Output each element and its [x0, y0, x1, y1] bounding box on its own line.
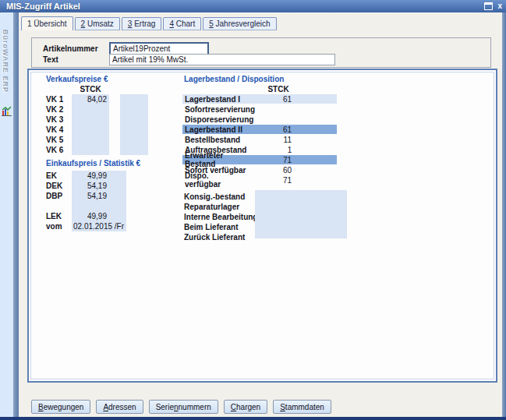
- lager-row-value: 1: [246, 146, 292, 154]
- text-field[interactable]: [109, 54, 335, 65]
- vk-row-label: VK 2: [46, 105, 72, 114]
- vk-stck-value: [72, 125, 109, 135]
- lager-row-label: Bestellbestand: [182, 136, 246, 144]
- verkaufspreise-stck-header: STCK: [72, 85, 109, 94]
- ek-row-label: EK: [46, 171, 72, 180]
- vk-second-cell: [120, 145, 148, 155]
- bestand-row-beim-lieferant: Beim Lieferant: [184, 222, 257, 232]
- tab-label: Übersicht: [32, 19, 67, 28]
- button-text: nummern: [179, 403, 211, 411]
- adressen-button[interactable]: Adressen: [96, 400, 143, 414]
- app-window: MIS-Zugriff Artikel x BüroWARE ERP 1 Übe…: [0, 0, 506, 420]
- lager-row-value: 71: [246, 176, 292, 185]
- tab-ertrag[interactable]: 3 Ertrag: [122, 17, 162, 30]
- button-hotkey: S: [280, 403, 285, 411]
- vk-row-vk-2: VK 2: [46, 104, 148, 115]
- bestand-row-konsig-bestand: Konsig.-bestand: [184, 192, 257, 202]
- tab-label: Umsatz: [85, 19, 114, 28]
- verkaufspreise-table: VK 184,02VK 2VK 3VK 4VK 5VK 6: [46, 94, 148, 155]
- restore-window-icon[interactable]: [484, 2, 493, 10]
- lager-row-sofortreservierung: Sofortreservierung: [182, 104, 337, 114]
- lager-row-label: Lagerbestand II: [182, 125, 246, 134]
- bestand-row-interne-bearbeitung: Interne Bearbeitung: [184, 212, 257, 222]
- lager-row-value: 71: [246, 156, 292, 164]
- tab-umsatz[interactable]: 2 Umsatz: [75, 17, 120, 30]
- vk-row-label: VK 6: [46, 146, 72, 154]
- ek-row-cell: 49,99: [72, 211, 126, 221]
- verkaufspreise-title: Verkaufspreise €: [46, 75, 108, 83]
- footer-button-bar: BewegungenAdressenSeriennummernChargenSt…: [31, 400, 331, 414]
- bewegungen-button[interactable]: Bewegungen: [31, 400, 90, 414]
- ek-row-cell: 54,19: [72, 181, 126, 191]
- ek-row-label: DBP: [46, 192, 72, 200]
- ek-row-ek: EK49,99: [46, 171, 126, 181]
- tab-chart[interactable]: 4 Chart: [163, 17, 201, 30]
- vk-row-label: VK 1: [46, 95, 72, 104]
- overview-panel: Verkaufspreise € STCK VK 184,02VK 2VK 3V…: [27, 69, 497, 383]
- vk-second-cell: [120, 94, 148, 104]
- text-label: Text: [43, 55, 109, 64]
- statistics-chart-icon[interactable]: [2, 106, 12, 116]
- vk-stck-value: [72, 104, 109, 115]
- vk-row-vk-4: VK 4: [46, 125, 148, 135]
- vk-row-vk-6: VK 6: [46, 145, 148, 155]
- lager-row-label: Sofortreservierung: [182, 105, 255, 114]
- ek-row-vom: vom02.01.2015 /Fr: [46, 221, 126, 231]
- lager-row-lagerbestand-i: Lagerbestand I61: [182, 94, 337, 104]
- stammdaten-button[interactable]: Stammdaten: [273, 400, 331, 414]
- vk-row-label: VK 3: [46, 115, 72, 124]
- lagerbestand-title: Lagerbestand / Disposition: [184, 75, 284, 83]
- lagerbestand-table: Lagerbestand I61SofortreservierungDispor…: [182, 94, 337, 185]
- window-controls: x: [484, 2, 502, 10]
- bestand-row-zur-ck-lieferant: Zurück Lieferant: [184, 232, 257, 242]
- lager-row-erwarteter-bestand: Erwarteter Bestand71: [182, 155, 337, 164]
- close-icon[interactable]: x: [497, 2, 502, 10]
- window-frame-right: [502, 12, 506, 417]
- ek-row-label: LEK: [46, 212, 72, 221]
- brand-sidebar: BüroWARE ERP: [0, 12, 13, 417]
- lager-row-disporeservierung: Disporeservierung: [182, 115, 337, 124]
- vk-row-label: VK 4: [46, 125, 72, 134]
- sonstige-bestaende-table: Konsig.-bestandReparaturlagerInterne Bea…: [184, 192, 257, 242]
- lager-row-value: 61: [246, 125, 292, 134]
- ek-row-value: 54,19: [72, 191, 107, 201]
- ek-row-cell: 49,99: [72, 171, 126, 181]
- ek-row-value: 54,19: [72, 181, 107, 191]
- vk-row-label: VK 5: [46, 136, 72, 144]
- seriennummern-button[interactable]: Seriennummern: [149, 400, 218, 414]
- button-hotkey: C: [231, 403, 236, 411]
- chargen-button[interactable]: Chargen: [224, 400, 267, 414]
- tab-jahresvergleich[interactable]: 5 Jahresvergleich: [203, 17, 276, 30]
- ek-row-value: 02.01.2015 /Fr: [73, 221, 124, 231]
- vk-row-vk-3: VK 3: [46, 115, 148, 125]
- ek-row-label: DEK: [46, 182, 72, 190]
- vk-stck-value: [72, 145, 109, 155]
- tab-bersicht[interactable]: 1 Übersicht: [21, 16, 73, 30]
- brand-label: BüroWARE ERP: [2, 30, 9, 93]
- window-frame-left: [13, 12, 19, 417]
- button-text: Serie: [156, 403, 174, 411]
- button-hotkey: B: [38, 403, 44, 411]
- lagerbestand-stck-header: STCK: [263, 85, 294, 94]
- tab-label: Jahresvergleich: [214, 19, 271, 28]
- window-title: MIS-Zugriff Artikel: [0, 2, 80, 11]
- lager-row-lagerbestand-ii: Lagerbestand II61: [182, 125, 337, 134]
- vk-row-vk-5: VK 5: [46, 135, 148, 145]
- einkaufspreis-title: Einkaufspreis / Statistik €: [46, 159, 140, 168]
- article-form: Artikelnummer Text: [31, 37, 491, 68]
- ek-row-value: 49,99: [72, 211, 107, 221]
- lager-row-dispo-verf-gbar: Dispo. verfügbar71: [182, 175, 337, 185]
- ek-row-cell: [72, 201, 126, 211]
- button-text: ewegungen: [44, 403, 84, 411]
- lager-row-label: Dispo. verfügbar: [182, 171, 246, 189]
- text-row: Text: [43, 54, 335, 65]
- einkaufspreis-table: EK49,99DEK54,19DBP54,19LEK49,99vom02.01.…: [46, 171, 126, 231]
- ek-row-cell: 02.01.2015 /Fr: [72, 221, 126, 231]
- vk-second-cell: [120, 115, 148, 125]
- button-text: hargen: [236, 403, 260, 411]
- button-text: dressen: [108, 403, 136, 411]
- ek-row-cell: 54,19: [72, 191, 126, 201]
- window-frame-bottom: [0, 417, 506, 420]
- vk-second-cell: [120, 104, 148, 115]
- lager-row-value: 60: [246, 166, 292, 175]
